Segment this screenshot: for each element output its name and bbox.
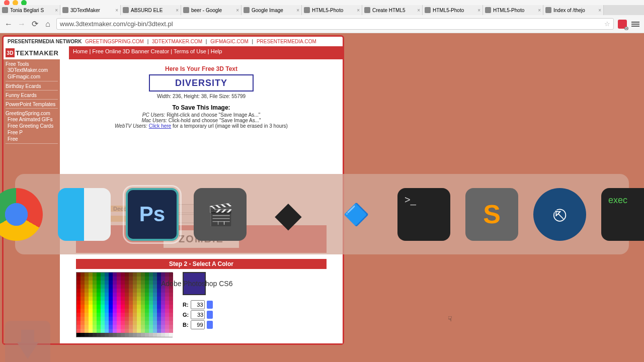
palette-cell[interactable]: [80, 293, 85, 297]
palette-cell[interactable]: [117, 317, 121, 321]
palette-cell[interactable]: [149, 301, 153, 305]
palette-cell[interactable]: [149, 293, 153, 297]
palette-cell[interactable]: [121, 313, 125, 317]
palette-cell[interactable]: [101, 297, 105, 301]
palette-cell[interactable]: [137, 321, 141, 325]
palette-cell[interactable]: [137, 333, 141, 337]
close-tab-icon[interactable]: ×: [115, 8, 118, 13]
palette-cell[interactable]: [141, 277, 145, 281]
dock-finder-icon[interactable]: [58, 188, 111, 241]
palette-cell[interactable]: [149, 333, 153, 337]
palette-cell[interactable]: [145, 333, 149, 337]
palette-cell[interactable]: [141, 333, 145, 337]
palette-cell[interactable]: [149, 273, 153, 277]
palette-cell[interactable]: [157, 325, 161, 329]
palette-cell[interactable]: [133, 289, 137, 293]
palette-cell[interactable]: [89, 313, 93, 317]
palette-cell[interactable]: [97, 321, 101, 325]
palette-cell[interactable]: [129, 329, 133, 333]
palette-cell[interactable]: [76, 289, 80, 293]
palette-cell[interactable]: [117, 281, 121, 285]
palette-cell[interactable]: [121, 297, 125, 301]
palette-cell[interactable]: [105, 321, 109, 325]
palette-cell[interactable]: [169, 309, 173, 313]
sidebar-item[interactable]: Free P: [6, 129, 58, 136]
sidebar-heading[interactable]: Birthday Ecards: [6, 83, 58, 89]
palette-cell[interactable]: [169, 325, 173, 329]
palette-cell[interactable]: [89, 293, 93, 297]
palette-cell[interactable]: [121, 293, 125, 297]
palette-cell[interactable]: [101, 333, 105, 337]
palette-cell[interactable]: [85, 329, 89, 333]
palette-cell[interactable]: [153, 277, 157, 281]
palette-cell[interactable]: [153, 297, 157, 301]
palette-cell[interactable]: [117, 305, 121, 309]
palette-cell[interactable]: [153, 333, 157, 337]
sidebar-heading[interactable]: PowerPoint Templates: [6, 102, 58, 107]
palette-cell[interactable]: [165, 293, 169, 297]
palette-cell[interactable]: [137, 317, 141, 321]
palette-cell[interactable]: [113, 281, 117, 285]
palette-cell[interactable]: [105, 333, 109, 337]
palette-cell[interactable]: [80, 297, 85, 301]
palette-cell[interactable]: [101, 309, 105, 313]
palette-cell[interactable]: [141, 325, 145, 329]
palette-cell[interactable]: [93, 281, 97, 285]
browser-tab[interactable]: 3DTextMaker×: [60, 5, 121, 15]
palette-cell[interactable]: [76, 297, 80, 301]
palette-cell[interactable]: [133, 285, 137, 289]
palette-cell[interactable]: [121, 281, 125, 285]
palette-cell[interactable]: [85, 293, 89, 297]
palette-cell[interactable]: [80, 281, 85, 285]
palette-cell[interactable]: [141, 285, 145, 289]
palette-cell[interactable]: [89, 289, 93, 293]
palette-cell[interactable]: [145, 285, 149, 289]
palette-cell[interactable]: [125, 285, 129, 289]
palette-cell[interactable]: [93, 289, 97, 293]
palette-cell[interactable]: [93, 285, 97, 289]
palette-cell[interactable]: [129, 305, 133, 309]
palette-cell[interactable]: [101, 317, 105, 321]
palette-cell[interactable]: [157, 285, 161, 289]
palette-cell[interactable]: [149, 329, 153, 333]
palette-cell[interactable]: [109, 281, 113, 285]
palette-cell[interactable]: [113, 317, 117, 321]
palette-cell[interactable]: [157, 301, 161, 305]
palette-cell[interactable]: [137, 285, 141, 289]
palette-cell[interactable]: [105, 309, 109, 313]
palette-cell[interactable]: [121, 317, 125, 321]
palette-cell[interactable]: [149, 297, 153, 301]
palette-cell[interactable]: [141, 293, 145, 297]
palette-cell[interactable]: [105, 285, 109, 289]
dock-monodevelop-icon[interactable]: 🔷: [330, 188, 382, 241]
browser-tab[interactable]: HTML5-Photo×: [423, 5, 483, 15]
palette-cell[interactable]: [157, 273, 161, 277]
palette-cell[interactable]: [105, 313, 109, 317]
palette-cell[interactable]: [141, 297, 145, 301]
palette-cell[interactable]: [125, 273, 129, 277]
palette-cell[interactable]: [137, 313, 141, 317]
palette-cell[interactable]: [165, 273, 169, 277]
palette-cell[interactable]: [125, 309, 129, 313]
palette-cell[interactable]: [121, 305, 125, 309]
dock-sourcetree-icon[interactable]: ⎋: [533, 188, 586, 241]
palette-cell[interactable]: [149, 305, 153, 309]
star-icon[interactable]: ☆: [604, 20, 610, 28]
palette-cell[interactable]: [80, 277, 85, 281]
network-link[interactable]: GIFMAGIC.COM: [210, 39, 249, 44]
palette-cell[interactable]: [153, 305, 157, 309]
palette-cell[interactable]: [125, 313, 129, 317]
palette-cell[interactable]: [149, 289, 153, 293]
dock-unity-icon[interactable]: ◆: [262, 188, 314, 241]
palette-cell[interactable]: [141, 273, 145, 277]
palette-cell[interactable]: [117, 293, 121, 297]
palette-cell[interactable]: [76, 305, 80, 309]
palette-cell[interactable]: [141, 301, 145, 305]
palette-cell[interactable]: [149, 317, 153, 321]
palette-cell[interactable]: [133, 297, 137, 301]
close-tab-icon[interactable]: ×: [598, 8, 601, 13]
palette-cell[interactable]: [157, 281, 161, 285]
palette-cell[interactable]: [80, 313, 85, 317]
palette-cell[interactable]: [169, 293, 173, 297]
palette-cell[interactable]: [153, 285, 157, 289]
